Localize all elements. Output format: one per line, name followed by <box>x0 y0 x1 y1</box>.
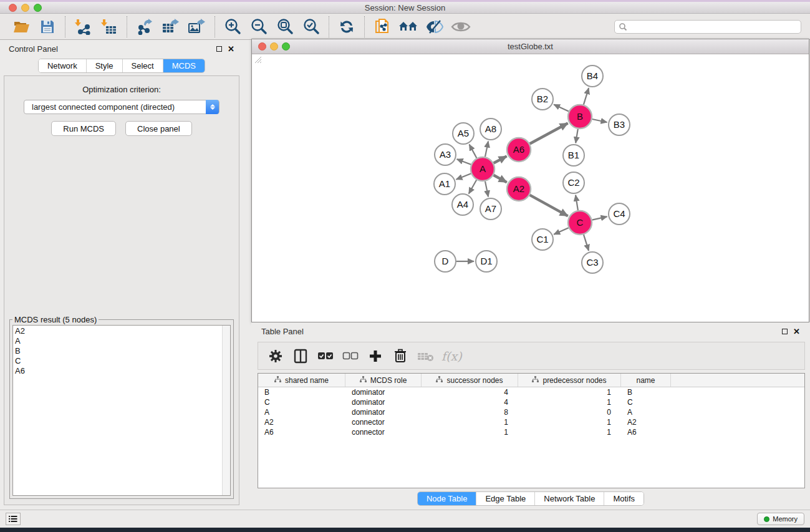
column-header-name[interactable]: name <box>621 374 671 387</box>
table-cell[interactable]: A <box>621 407 671 417</box>
tab-network-table[interactable]: Network Table <box>535 492 604 505</box>
graph-edge[interactable] <box>494 175 507 183</box>
graph-node-A4[interactable]: A4 <box>452 194 473 215</box>
tab-mcds[interactable]: MCDS <box>163 59 205 72</box>
zoom-selected-icon[interactable] <box>301 16 322 37</box>
graph-node-B1[interactable]: B1 <box>563 145 584 166</box>
memory-button[interactable]: Memory <box>757 513 804 525</box>
export-network-icon[interactable] <box>134 16 155 37</box>
graph-edge[interactable] <box>530 195 568 216</box>
graph-edge[interactable] <box>485 181 488 197</box>
table-row[interactable]: Cdominator41C <box>258 397 804 407</box>
table-row[interactable]: A2connector11A2 <box>258 417 804 427</box>
close-table-panel-icon[interactable]: ✕ <box>793 329 800 334</box>
mcds-result-item[interactable]: B <box>15 346 220 356</box>
graph-node-A1[interactable]: A1 <box>434 173 455 195</box>
mcds-result-item[interactable]: A6 <box>15 366 220 376</box>
graph-edge[interactable] <box>576 129 578 143</box>
graph-edge[interactable] <box>530 123 568 143</box>
mcds-result-item[interactable]: A <box>15 336 220 346</box>
table-cell[interactable]: C <box>621 397 671 407</box>
graph-node-A6[interactable]: A6 <box>507 138 531 162</box>
import-table-icon[interactable] <box>99 16 120 37</box>
graph-node-A3[interactable]: A3 <box>435 144 456 165</box>
graph-node-B2[interactable]: B2 <box>532 89 553 110</box>
graph-edge[interactable] <box>494 156 507 163</box>
graph-node-A[interactable]: A <box>471 157 494 181</box>
graph-node-C[interactable]: C <box>568 211 592 235</box>
zoom-window-button[interactable] <box>34 4 42 12</box>
table-cell[interactable]: connector <box>345 417 422 427</box>
graph-node-B[interactable]: B <box>568 105 592 128</box>
delete-table-icon[interactable] <box>417 347 434 365</box>
graph-edge[interactable] <box>469 180 476 193</box>
tab-select[interactable]: Select <box>123 59 163 72</box>
graph-node-C2[interactable]: C2 <box>563 172 584 193</box>
minimize-window-button[interactable] <box>21 4 29 12</box>
table-cell[interactable]: 1 <box>422 417 518 427</box>
search-input[interactable] <box>614 20 801 34</box>
table-cell[interactable]: A2 <box>258 417 345 427</box>
table-cell[interactable]: 1 <box>422 427 518 437</box>
zoom-network-window-button[interactable] <box>282 42 290 51</box>
import-network-icon[interactable] <box>72 16 94 37</box>
table-row[interactable]: Adominator80A <box>258 407 804 417</box>
task-history-button[interactable] <box>6 513 21 525</box>
table-cell[interactable]: B <box>258 387 345 397</box>
mcds-list-scrollbar[interactable] <box>222 326 230 495</box>
minimize-network-window-button[interactable] <box>270 42 278 51</box>
zoom-out-icon[interactable] <box>248 16 269 37</box>
column-header-MCDS-role[interactable]: MCDS role <box>345 374 422 387</box>
table-cell[interactable]: dominator <box>345 397 422 407</box>
graph-edge[interactable] <box>592 216 607 220</box>
network-canvas[interactable]: B4B2BB3A8A5A6A3B1AC2A1A2A4A7C4CC1DD1C3 <box>253 55 808 320</box>
table-cell[interactable]: A <box>258 407 345 417</box>
graph-edge[interactable] <box>457 159 471 165</box>
table-cell[interactable]: 1 <box>518 387 621 397</box>
mcds-result-item[interactable]: A2 <box>15 326 220 336</box>
table-cell[interactable]: 4 <box>422 387 518 397</box>
graph-edge[interactable] <box>485 142 488 157</box>
unselect-all-icon[interactable] <box>342 347 359 365</box>
table-cell[interactable]: C <box>258 397 345 407</box>
graph-node-C3[interactable]: C3 <box>582 252 603 273</box>
mcds-result-item[interactable]: C <box>15 356 220 366</box>
table-cell[interactable]: A6 <box>621 427 671 437</box>
float-panel-icon[interactable] <box>216 46 222 52</box>
close-panel-icon[interactable]: ✕ <box>228 46 234 52</box>
mcds-result-list[interactable]: A2ABCA6 <box>12 325 231 496</box>
graph-edge[interactable] <box>456 173 471 179</box>
table-cell[interactable]: dominator <box>345 387 422 397</box>
node-table[interactable]: shared nameMCDS rolesuccessor nodesprede… <box>258 373 805 488</box>
close-window-button[interactable] <box>9 4 17 12</box>
graph-edge[interactable] <box>554 104 569 111</box>
graph-node-A8[interactable]: A8 <box>480 118 501 140</box>
table-cell[interactable]: B <box>621 387 671 397</box>
houses-icon[interactable] <box>398 16 419 37</box>
split-column-icon[interactable] <box>292 347 309 365</box>
gear-icon[interactable] <box>267 347 284 365</box>
zoom-in-icon[interactable] <box>222 16 243 37</box>
hide-details-icon[interactable] <box>424 16 445 37</box>
graph-edge[interactable] <box>584 88 589 105</box>
graph-node-D[interactable]: D <box>435 251 456 272</box>
graph-node-A5[interactable]: A5 <box>453 123 474 144</box>
table-row[interactable]: Bdominator41B <box>258 387 804 397</box>
delete-column-icon[interactable] <box>392 347 409 365</box>
tab-node-table[interactable]: Node Table <box>418 492 477 505</box>
open-session-icon[interactable] <box>11 16 32 37</box>
table-cell[interactable]: A6 <box>258 427 345 437</box>
refresh-icon[interactable] <box>336 16 357 37</box>
tab-edge-table[interactable]: Edge Table <box>476 492 535 505</box>
graph-node-A7[interactable]: A7 <box>480 198 501 220</box>
table-cell[interactable]: 1 <box>518 417 621 427</box>
column-header-successor-nodes[interactable]: successor nodes <box>422 374 518 387</box>
criterion-dropdown[interactable]: largest connected component (directed) <box>24 100 219 114</box>
graph-node-B3[interactable]: B3 <box>609 114 630 135</box>
add-column-icon[interactable] <box>367 347 384 365</box>
table-row[interactable]: A6connector11A6 <box>258 427 804 437</box>
zoom-fit-icon[interactable] <box>274 16 296 37</box>
table-cell[interactable]: connector <box>345 427 422 437</box>
save-session-icon[interactable] <box>37 16 58 37</box>
tab-style[interactable]: Style <box>87 59 123 72</box>
